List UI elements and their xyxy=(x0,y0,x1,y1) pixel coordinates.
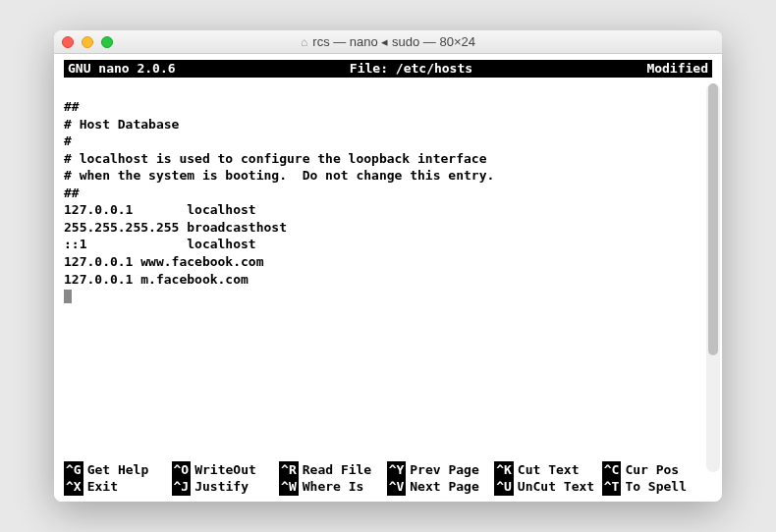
shortcut-item: ^UUnCut Text xyxy=(494,478,602,496)
shortcut-bar: ^GGet Help^OWriteOut^RRead File^YPrev Pa… xyxy=(64,461,712,496)
minimize-button[interactable] xyxy=(82,36,93,48)
shortcut-item: ^RRead File xyxy=(279,461,387,479)
shortcut-key: ^Y xyxy=(387,461,407,479)
scrollbar[interactable] xyxy=(706,83,720,472)
shortcut-label: Read File xyxy=(303,461,371,479)
shortcut-item: ^GGet Help xyxy=(64,461,172,479)
nano-header: GNU nano 2.0.6 File: /etc/hosts Modified xyxy=(64,60,712,78)
traffic-lights xyxy=(62,36,113,48)
shortcut-label: Cur Pos xyxy=(625,461,679,479)
shortcut-key: ^C xyxy=(602,461,622,479)
shortcut-item: ^XExit xyxy=(64,478,172,496)
nano-app-name: GNU nano 2.0.6 xyxy=(68,60,176,78)
close-button[interactable] xyxy=(62,36,74,48)
shortcut-label: Get Help xyxy=(87,461,149,479)
shortcut-label: Cut Text xyxy=(518,461,580,479)
shortcut-key: ^V xyxy=(387,478,407,496)
shortcut-key: ^J xyxy=(172,478,192,496)
nano-file-name: File: /etc/hosts xyxy=(350,60,472,78)
shortcut-label: Next Page xyxy=(410,478,478,496)
shortcut-label: WriteOut xyxy=(194,461,256,479)
shortcut-item: ^JJustify xyxy=(172,478,280,496)
home-icon: ⌂ xyxy=(301,35,307,49)
shortcut-key: ^X xyxy=(64,478,83,496)
shortcut-item: ^VNext Page xyxy=(387,478,495,496)
terminal-window: ⌂ rcs — nano ◂ sudo — 80×24 GNU nano 2.0… xyxy=(54,30,722,502)
shortcut-item: ^CCur Pos xyxy=(602,461,710,479)
shortcut-key: ^O xyxy=(172,461,192,479)
shortcut-label: Prev Page xyxy=(410,461,478,479)
titlebar: ⌂ rcs — nano ◂ sudo — 80×24 xyxy=(54,30,722,54)
shortcut-key: ^T xyxy=(602,478,622,496)
shortcut-label: Justify xyxy=(194,478,249,496)
maximize-button[interactable] xyxy=(101,36,113,48)
text-cursor xyxy=(64,290,72,303)
window-title: ⌂ rcs — nano ◂ sudo — 80×24 xyxy=(301,34,475,49)
nano-status: Modified xyxy=(646,60,708,78)
scrollbar-thumb[interactable] xyxy=(708,83,718,355)
shortcut-label: Where Is xyxy=(303,478,364,496)
shortcut-item: ^KCut Text xyxy=(494,461,602,479)
shortcut-item: ^OWriteOut xyxy=(172,461,280,479)
shortcut-key: ^U xyxy=(494,478,514,496)
shortcut-key: ^K xyxy=(494,461,514,479)
shortcut-label: To Spell xyxy=(625,478,687,496)
shortcut-item: ^TTo Spell xyxy=(602,478,710,496)
file-content[interactable]: ## # Host Database # # localhost is used… xyxy=(64,81,712,289)
window-title-text: rcs — nano ◂ sudo — 80×24 xyxy=(312,34,475,49)
terminal-content[interactable]: GNU nano 2.0.6 File: /etc/hosts Modified… xyxy=(54,54,722,502)
shortcut-item: ^WWhere Is xyxy=(279,478,387,496)
shortcut-item: ^YPrev Page xyxy=(387,461,495,479)
shortcut-key: ^G xyxy=(64,461,83,479)
shortcut-label: Exit xyxy=(87,478,118,496)
shortcut-label: UnCut Text xyxy=(518,478,594,496)
shortcut-key: ^R xyxy=(279,461,299,479)
shortcut-key: ^W xyxy=(279,478,299,496)
